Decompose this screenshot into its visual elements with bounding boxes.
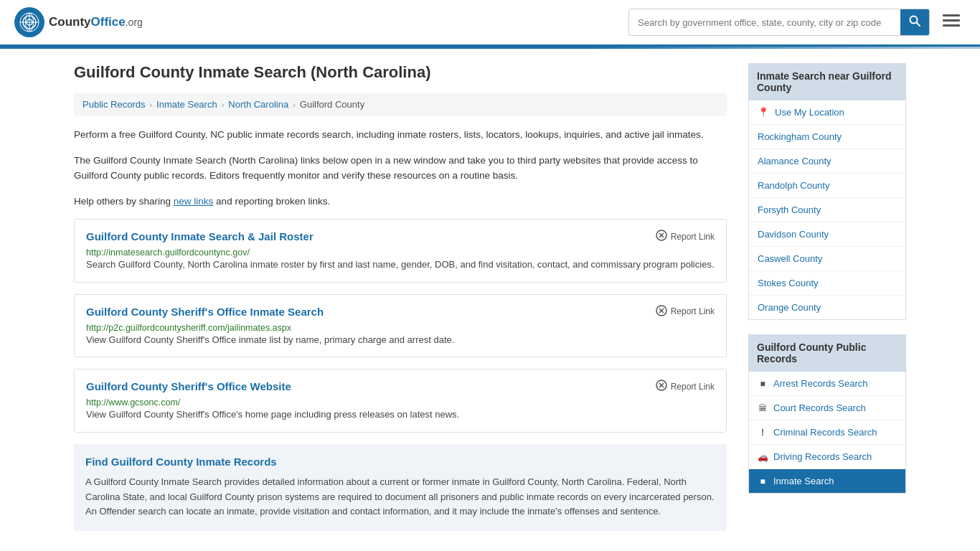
description-para3: Help others by sharing new links and rep… — [74, 194, 727, 209]
randolph-link[interactable]: Randolph County — [749, 174, 905, 197]
sidebar-item-davidson[interactable]: Davidson County — [749, 222, 905, 247]
report-link-label-2: Report Link — [671, 306, 715, 316]
breadcrumb: Public Records › Inmate Search › North C… — [74, 93, 727, 116]
sidebar-record-inmate[interactable]: ■ Inmate Search — [749, 469, 905, 493]
result-title-row-3: Guilford County Sheriff's Office Website… — [86, 380, 715, 393]
driving-icon: 🚗 — [758, 452, 768, 462]
result-title-row-2: Guilford County Sheriff's Office Inmate … — [86, 305, 715, 319]
svg-rect-10 — [943, 24, 960, 27]
result-title-row-1: Guilford County Inmate Search & Jail Ros… — [86, 230, 715, 243]
sidebar-nearby-section: Inmate Search near Guilford County 📍 Use… — [748, 63, 906, 320]
search-input[interactable] — [629, 11, 900, 34]
caswell-link[interactable]: Caswell County — [749, 247, 905, 270]
sidebar-item-forsyth[interactable]: Forsyth County — [749, 198, 905, 222]
find-section-desc: A Guilford County Inmate Search provides… — [85, 475, 715, 519]
sidebar-record-court[interactable]: 🏛 Court Records Search — [749, 396, 905, 420]
sidebar-item-randolph[interactable]: Randolph County — [749, 174, 905, 198]
location-icon: 📍 — [758, 107, 769, 118]
logo-text: CountyOffice.org — [49, 15, 143, 29]
orange-link[interactable]: Orange County — [749, 296, 905, 319]
header-right — [628, 9, 966, 36]
result-url-3[interactable]: http://www.gcsonc.com/ — [86, 397, 180, 408]
result-title-link-3[interactable]: Guilford County Sheriff's Office Website — [86, 380, 291, 392]
arrest-records-link[interactable]: ■ Arrest Records Search — [749, 372, 905, 395]
new-links-link[interactable]: new links — [174, 196, 214, 207]
report-icon-3 — [656, 380, 667, 393]
result-desc-3: View Guilford County Sheriff's Office's … — [86, 408, 715, 422]
sidebar: Inmate Search near Guilford County 📍 Use… — [748, 63, 906, 531]
result-title-link-2[interactable]: Guilford County Sheriff's Office Inmate … — [86, 306, 324, 318]
davidson-link[interactable]: Davidson County — [749, 222, 905, 246]
breadcrumb-north-carolina[interactable]: North Carolina — [228, 99, 288, 110]
sidebar-record-driving[interactable]: 🚗 Driving Records Search — [749, 445, 905, 469]
sidebar-item-stokes[interactable]: Stokes County — [749, 271, 905, 296]
inmate-icon: ■ — [758, 476, 768, 486]
sidebar-item-alamance[interactable]: Alamance County — [749, 149, 905, 174]
page-title: Guilford County Inmate Search (North Car… — [74, 63, 727, 82]
logo-icon — [14, 7, 44, 37]
forsyth-link[interactable]: Forsyth County — [749, 198, 905, 222]
breadcrumb-current: Guilford County — [300, 99, 364, 110]
sidebar-item-use-location[interactable]: 📍 Use My Location — [749, 100, 905, 125]
result-item-3: Guilford County Sheriff's Office Website… — [74, 369, 727, 433]
svg-rect-8 — [943, 14, 960, 17]
sidebar-nearby-heading: Inmate Search near Guilford County — [748, 63, 906, 100]
svg-rect-9 — [943, 19, 960, 22]
sidebar-item-rockingham[interactable]: Rockingham County — [749, 125, 905, 149]
result-desc-2: View Guilford County Sheriff's Office in… — [86, 333, 715, 347]
report-link-btn-1[interactable]: Report Link — [656, 230, 715, 243]
hamburger-button[interactable] — [937, 10, 966, 34]
search-bar — [628, 9, 930, 36]
report-icon-1 — [656, 230, 667, 243]
sidebar-record-criminal[interactable]: ! Criminal Records Search — [749, 420, 905, 445]
main-content: Guilford County Inmate Search (North Car… — [74, 63, 727, 531]
breadcrumb-sep-3: › — [293, 100, 296, 109]
result-desc-1: Search Guilford County, North Carolina i… — [86, 258, 715, 272]
find-section-title: Find Guilford County Inmate Records — [85, 456, 715, 468]
description-para1: Perform a free Guilford County, NC publi… — [74, 127, 727, 143]
report-link-label-3: Report Link — [671, 382, 715, 392]
breadcrumb-sep-2: › — [222, 100, 225, 109]
result-title-link-1[interactable]: Guilford County Inmate Search & Jail Ros… — [86, 230, 314, 242]
breadcrumb-public-records[interactable]: Public Records — [83, 99, 145, 110]
logo-area: CountyOffice.org — [14, 7, 143, 37]
driving-records-link[interactable]: 🚗 Driving Records Search — [749, 445, 905, 468]
content-wrapper: Guilford County Inmate Search (North Car… — [60, 49, 920, 545]
search-button[interactable] — [900, 9, 929, 35]
alamance-link[interactable]: Alamance County — [749, 149, 905, 173]
sidebar-records-list: ■ Arrest Records Search 🏛 Court Records … — [748, 372, 906, 494]
result-url-2[interactable]: http://p2c.guilfordcountysheriff.com/jai… — [86, 323, 291, 333]
report-link-btn-3[interactable]: Report Link — [656, 380, 715, 393]
rockingham-link[interactable]: Rockingham County — [749, 125, 905, 149]
court-records-link[interactable]: 🏛 Court Records Search — [749, 396, 905, 420]
sidebar-record-arrest[interactable]: ■ Arrest Records Search — [749, 372, 905, 396]
svg-line-7 — [917, 23, 920, 27]
breadcrumb-inmate-search[interactable]: Inmate Search — [156, 99, 217, 110]
court-icon: 🏛 — [758, 403, 768, 413]
sidebar-records-heading: Guilford County Public Records — [748, 334, 906, 372]
breadcrumb-sep-1: › — [149, 100, 152, 109]
report-icon-2 — [656, 305, 667, 319]
sidebar-item-caswell[interactable]: Caswell County — [749, 247, 905, 271]
result-url-1[interactable]: http://inmatesearch.guilfordcountync.gov… — [86, 248, 250, 258]
stokes-link[interactable]: Stokes County — [749, 271, 905, 295]
inmate-search-link[interactable]: ■ Inmate Search — [749, 469, 905, 493]
report-link-label-1: Report Link — [671, 232, 715, 242]
result-item-1: Guilford County Inmate Search & Jail Ros… — [74, 219, 727, 283]
sidebar-nearby-list: 📍 Use My Location Rockingham County Alam… — [748, 100, 906, 320]
criminal-records-link[interactable]: ! Criminal Records Search — [749, 420, 905, 444]
sidebar-item-orange[interactable]: Orange County — [749, 296, 905, 319]
sidebar-records-section: Guilford County Public Records ■ Arrest … — [748, 334, 906, 494]
report-link-btn-2[interactable]: Report Link — [656, 305, 715, 319]
description-para2: The Guilford County Inmate Search (North… — [74, 153, 727, 184]
criminal-icon: ! — [758, 428, 768, 438]
header: CountyOffice.org — [0, 0, 980, 47]
find-section: Find Guilford County Inmate Records A Gu… — [74, 444, 727, 531]
result-item-2: Guilford County Sheriff's Office Inmate … — [74, 294, 727, 358]
arrest-icon: ■ — [758, 379, 768, 389]
use-location-link[interactable]: 📍 Use My Location — [749, 100, 905, 124]
